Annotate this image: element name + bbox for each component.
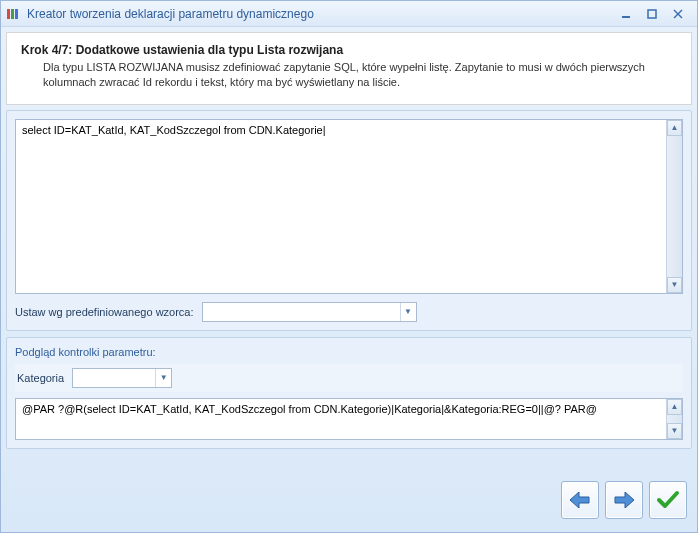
chevron-down-icon: ▼ <box>400 303 416 321</box>
svg-rect-1 <box>11 9 14 19</box>
sql-query-input[interactable] <box>16 120 666 293</box>
scroll-down-icon[interactable]: ▼ <box>667 277 682 293</box>
chevron-down-icon: ▼ <box>155 369 171 387</box>
app-icon <box>7 7 21 21</box>
scroll-track[interactable] <box>667 136 682 277</box>
sql-panel: ▲ ▼ Ustaw wg predefiniowanego wzorca: ▼ <box>6 110 692 331</box>
par-scrollbar[interactable]: ▲ ▼ <box>666 399 682 439</box>
wizard-footer <box>1 476 697 532</box>
param-combo[interactable]: ▼ <box>72 368 172 388</box>
sql-scrollbar[interactable]: ▲ ▼ <box>666 120 682 293</box>
param-preview-row: Kategoria ▼ <box>15 364 683 392</box>
svg-rect-0 <box>7 9 10 19</box>
minimize-button[interactable] <box>617 6 635 22</box>
scroll-up-icon[interactable]: ▲ <box>667 120 682 136</box>
pattern-combo[interactable]: ▼ <box>202 302 417 322</box>
preview-panel: Podgląd kontrolki parametru: Kategoria ▼… <box>6 337 692 449</box>
window-controls <box>617 6 691 22</box>
scroll-down-icon[interactable]: ▼ <box>667 423 682 439</box>
step-description: Dla typu LISTA ROZWIJANA musisz zdefinio… <box>21 60 677 90</box>
wizard-header: Krok 4/7: Dodatkowe ustawienia dla typu … <box>6 32 692 105</box>
wizard-window: Kreator tworzenia deklaracji parametru d… <box>0 0 698 533</box>
maximize-button[interactable] <box>643 6 661 22</box>
next-button[interactable] <box>605 481 643 519</box>
param-label: Kategoria <box>17 372 64 384</box>
finish-button[interactable] <box>649 481 687 519</box>
back-button[interactable] <box>561 481 599 519</box>
wizard-body: ▲ ▼ Ustaw wg predefiniowanego wzorca: ▼ … <box>6 110 692 471</box>
close-button[interactable] <box>669 6 687 22</box>
arrow-left-icon <box>567 489 593 511</box>
par-string-text[interactable]: @PAR ?@R(select ID=KAT_KatId, KAT_KodSzc… <box>16 399 666 439</box>
svg-rect-3 <box>622 16 630 18</box>
sql-query-field: ▲ ▼ <box>15 119 683 294</box>
svg-rect-4 <box>648 10 656 18</box>
titlebar: Kreator tworzenia deklaracji parametru d… <box>1 1 697 27</box>
svg-rect-2 <box>15 9 18 19</box>
pattern-row: Ustaw wg predefiniowanego wzorca: ▼ <box>15 302 683 322</box>
window-title: Kreator tworzenia deklaracji parametru d… <box>27 7 617 21</box>
step-title: Krok 4/7: Dodatkowe ustawienia dla typu … <box>21 43 677 57</box>
pattern-label: Ustaw wg predefiniowanego wzorca: <box>15 306 194 318</box>
preview-title: Podgląd kontrolki parametru: <box>15 346 683 358</box>
scroll-up-icon[interactable]: ▲ <box>667 399 682 415</box>
scroll-track[interactable] <box>667 415 682 423</box>
checkmark-icon <box>656 489 680 511</box>
arrow-right-icon <box>611 489 637 511</box>
par-string-field: @PAR ?@R(select ID=KAT_KatId, KAT_KodSzc… <box>15 398 683 440</box>
